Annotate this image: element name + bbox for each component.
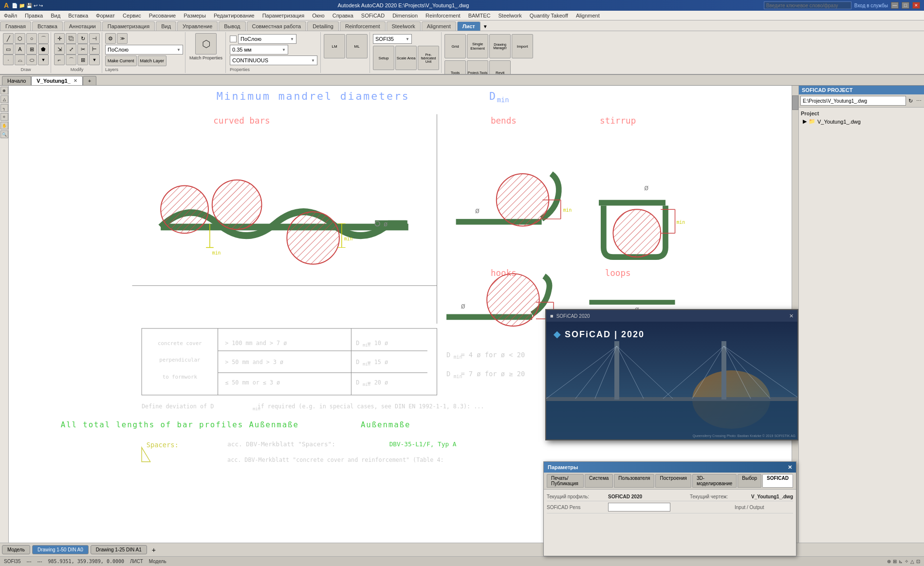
menu-params[interactable]: Параметризация	[259, 12, 308, 19]
close-button[interactable]: ✕	[912, 2, 920, 9]
menu-edit[interactable]: Правка	[21, 12, 47, 19]
home-tab[interactable]: Начало	[2, 76, 31, 85]
menu-tools[interactable]: Сервис	[119, 12, 145, 19]
qat-new[interactable]: 📄	[12, 3, 18, 8]
copy-btn[interactable]: ⿻	[66, 33, 76, 44]
params-tab-print[interactable]: Печать/Публикация	[547, 474, 584, 488]
match-layer-btn[interactable]: Match Layer	[138, 55, 167, 66]
tab-alignment[interactable]: Alignment	[422, 21, 456, 31]
search-input[interactable]	[764, 1, 851, 9]
grid-status[interactable]: ⊞	[893, 559, 897, 564]
stretch-btn[interactable]: ⇲	[54, 44, 65, 55]
vscroll-thumb[interactable]	[792, 95, 798, 110]
menu-format[interactable]: Формат	[92, 12, 119, 19]
path-more-btn[interactable]: ⋯	[915, 97, 923, 105]
make-current-btn[interactable]: Make Current	[105, 55, 137, 66]
spline-btn[interactable]: ⌓	[15, 55, 25, 65]
linetype-combo[interactable]: CONTINUOUS ▼	[230, 55, 317, 65]
mirror-btn[interactable]: ⊣	[89, 33, 100, 44]
dwf-status[interactable]: ⊡	[916, 559, 920, 564]
levelmark-btn[interactable]: LM	[324, 34, 345, 58]
menu-edit2[interactable]: Редактирование	[210, 12, 259, 19]
menu-reinforcement[interactable]: Reinforcement	[422, 12, 464, 19]
chamfer-btn[interactable]: ⌒	[66, 55, 76, 65]
qat-save[interactable]: 💾	[26, 3, 32, 8]
drawing-tab-close[interactable]: ✕	[74, 78, 77, 83]
menu-soficad[interactable]: SOFiCAD	[357, 12, 388, 19]
sheet-tab-1[interactable]: Drawing 1-50 DIN A0	[32, 545, 89, 554]
menu-help[interactable]: Справка	[329, 12, 357, 19]
ortho-btn[interactable]: ┐	[0, 104, 8, 112]
qat-redo[interactable]: ↪	[39, 3, 43, 8]
match-properties-btn[interactable]: ⬡	[195, 33, 217, 55]
tab-detailing[interactable]: Detailing	[307, 21, 339, 31]
splash-close-btn[interactable]: ✕	[789, 313, 794, 319]
scale-area-btn[interactable]: Scale Area	[395, 46, 417, 70]
draw-more-btn[interactable]: ▼	[38, 55, 49, 65]
extend-btn[interactable]: ⊢	[89, 44, 100, 55]
setup-btn[interactable]: Setup	[373, 46, 394, 70]
drawing-manager-btn[interactable]: Drawing Manager	[489, 34, 511, 58]
menu-insert[interactable]: Вставка	[64, 12, 92, 19]
rotate-btn[interactable]: ↻	[77, 33, 88, 44]
multiline-btn[interactable]: ML	[346, 34, 368, 58]
menu-dimensions[interactable]: Размеры	[180, 12, 210, 19]
tab-steelwork[interactable]: Steelwork	[387, 21, 421, 31]
soficad-pens-input[interactable]	[608, 503, 670, 511]
maximize-button[interactable]: □	[902, 2, 909, 9]
params-tab-build[interactable]: Построения	[655, 474, 691, 488]
params-tab-system[interactable]: Система	[585, 474, 613, 488]
drawing-tab[interactable]: V_Youtung1_ ✕	[31, 76, 82, 85]
trim-btn[interactable]: ✂	[77, 44, 88, 55]
snap-status[interactable]: ⊕	[887, 559, 891, 564]
tab-reinforcement[interactable]: Reinforcement	[340, 21, 386, 31]
path-refresh-btn[interactable]: ↻	[907, 97, 914, 105]
params-tab-soficad[interactable]: SOFICAD	[762, 474, 793, 488]
project-path-input[interactable]	[800, 96, 906, 106]
layer-combo-dropdown[interactable]: ПоСлою ▼	[105, 45, 183, 55]
layer-make-current-btn[interactable]: ≫	[117, 33, 128, 44]
osnap-status[interactable]: △	[910, 559, 914, 564]
color-combo[interactable]: ПоСлою ▼	[238, 34, 296, 44]
menu-draw[interactable]: Рисование	[145, 12, 180, 19]
sofi-combo[interactable]: SOFI35 ▼	[373, 34, 412, 44]
ribbon-overflow[interactable]: ▼	[481, 22, 489, 31]
region-btn[interactable]: ⬟	[38, 44, 49, 55]
minimize-button[interactable]: —	[891, 2, 899, 9]
qat-undo[interactable]: ↩	[34, 3, 37, 8]
layer-properties-btn[interactable]: ⚙	[105, 33, 116, 44]
hatch-btn[interactable]: ⊞	[26, 44, 37, 55]
scale-btn[interactable]: ⤢	[66, 44, 76, 55]
tab-annotations[interactable]: Аннотации	[64, 21, 101, 31]
modify-more-btn[interactable]: ▼	[89, 55, 100, 65]
line-btn[interactable]: ╱	[3, 33, 14, 44]
tab-vstavka[interactable]: Вставка	[32, 21, 63, 31]
zoom-btn[interactable]: 🔍	[0, 130, 8, 138]
menu-view[interactable]: Вид	[47, 12, 64, 19]
add-sheet-btn[interactable]: +	[149, 545, 159, 555]
menu-file[interactable]: Файл	[0, 12, 21, 19]
circle-btn[interactable]: ○	[26, 33, 37, 44]
params-close-btn[interactable]: ✕	[788, 464, 792, 471]
sheet-tab-2[interactable]: Drawing 1-25 DIN A1	[91, 545, 147, 554]
import-btn[interactable]: Import	[512, 34, 533, 58]
move-btn[interactable]: ✛	[54, 33, 65, 44]
menu-bamtec[interactable]: BAMTEC	[464, 12, 495, 19]
single-element-btn[interactable]: Single Element	[467, 34, 488, 58]
params-tab-select[interactable]: Выбор	[738, 474, 761, 488]
tab-vid[interactable]: Вид	[156, 21, 176, 31]
params-tab-user[interactable]: Пользователя	[614, 474, 654, 488]
array-btn[interactable]: ⊞	[77, 55, 88, 65]
menu-alignment[interactable]: Alignment	[572, 12, 604, 19]
menu-quantity[interactable]: Quantity Takeoff	[526, 12, 572, 19]
pan-btn[interactable]: ✋	[0, 122, 8, 129]
menu-steelwork[interactable]: Steelwork	[494, 12, 525, 19]
point-btn[interactable]: ·	[3, 55, 14, 65]
ellipse-btn[interactable]: ⬭	[26, 55, 37, 65]
menu-dimension[interactable]: Dimension	[388, 12, 422, 19]
tab-glavnaya[interactable]: Главная	[0, 21, 31, 31]
qat-open[interactable]: 📁	[19, 3, 25, 8]
snap-btn[interactable]: ⊕	[0, 87, 8, 94]
rect-btn[interactable]: ▭	[3, 44, 14, 55]
lineweight-combo[interactable]: 0.35 мм ▼	[230, 45, 288, 55]
